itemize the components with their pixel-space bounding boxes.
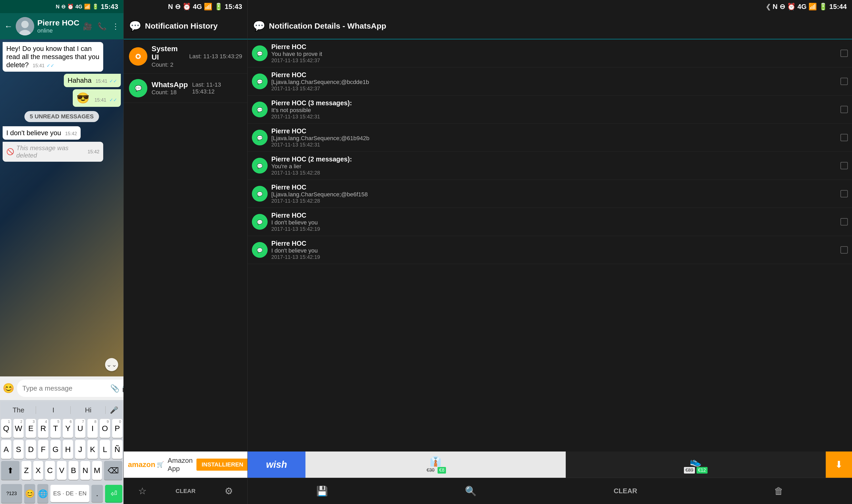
key-backspace[interactable]: ⌫ xyxy=(104,461,122,480)
detail-sender-5: Pierre HOC (2 messages): xyxy=(271,156,837,163)
detail-message-1: You have to prove it xyxy=(271,51,837,57)
download-ad-button[interactable]: ⬇ xyxy=(826,451,852,478)
key-n-tilde[interactable]: Ñ xyxy=(112,440,122,459)
key-v[interactable]: V xyxy=(57,461,67,480)
key-enter[interactable]: ⏎ xyxy=(105,485,122,502)
suggestion-hi[interactable]: Hi xyxy=(71,402,106,418)
detail-item-3[interactable]: 💬 Pierre HOC (3 messages): It's not poss… xyxy=(248,95,852,124)
message-input-container: 📎 📷 xyxy=(17,380,123,397)
message-text-3: 😎 xyxy=(76,92,90,104)
deleted-message-time: 15:42 xyxy=(87,149,99,155)
ad-text-amazon: Amazon App xyxy=(167,456,193,473)
key-i[interactable]: 8I xyxy=(87,419,98,438)
clear-button-notif[interactable]: CLEAR xyxy=(176,488,196,494)
key-u[interactable]: 7U xyxy=(75,419,85,438)
key-x[interactable]: X xyxy=(33,461,43,480)
clear-button-details[interactable]: CLEAR xyxy=(614,487,637,495)
detail-item-5[interactable]: 💬 Pierre HOC (2 messages): You're a lier… xyxy=(248,152,852,180)
back-button[interactable]: ← xyxy=(4,21,13,31)
key-d[interactable]: D xyxy=(26,440,36,459)
keyboard-row-4: ?123 😊 🌐 ES · DE · EN . ⏎ xyxy=(1,484,122,503)
key-e[interactable]: 3E xyxy=(26,419,36,438)
detail-checkbox-2[interactable] xyxy=(840,78,848,85)
suggestion-i[interactable]: I xyxy=(36,402,71,418)
emoji-button[interactable]: 😊 xyxy=(3,383,15,394)
detail-checkbox-7[interactable] xyxy=(840,218,848,226)
key-q[interactable]: 1Q xyxy=(1,419,11,438)
save-button-details[interactable]: 💾 xyxy=(316,486,328,497)
video-call-button[interactable]: 🎥 xyxy=(83,22,92,31)
detail-item-1[interactable]: 💬 Pierre HOC You have to prove it 2017-1… xyxy=(248,39,852,68)
detail-item-8[interactable]: 💬 Pierre HOC I don't believe you 2017-11… xyxy=(248,236,852,264)
key-m[interactable]: M xyxy=(92,461,102,480)
detail-item-6[interactable]: 💬 Pierre HOC [Ljava.lang.CharSequence;@b… xyxy=(248,180,852,208)
key-r[interactable]: 4R xyxy=(38,419,48,438)
key-period[interactable]: . xyxy=(91,485,103,502)
suggestion-the[interactable]: The xyxy=(1,402,36,418)
key-k[interactable]: K xyxy=(87,440,98,459)
detail-checkbox-4[interactable] xyxy=(840,134,848,141)
detail-item-7[interactable]: 💬 Pierre HOC I don't believe you 2017-11… xyxy=(248,208,852,236)
key-t[interactable]: 5T xyxy=(50,419,61,438)
key-h[interactable]: H xyxy=(63,440,73,459)
more-options-button[interactable]: ⋮ xyxy=(112,22,119,31)
key-space[interactable]: ES · DE · EN xyxy=(50,485,89,502)
key-f[interactable]: F xyxy=(38,440,48,459)
scroll-down-button[interactable]: ⌄⌄ xyxy=(105,358,118,371)
detail-checkbox-3[interactable] xyxy=(840,106,848,113)
wish-ad: wish xyxy=(248,451,305,478)
key-b[interactable]: B xyxy=(69,461,78,480)
shoe-old-price: €89 xyxy=(684,467,695,473)
key-c[interactable]: C xyxy=(45,461,55,480)
key-globe[interactable]: 🌐 xyxy=(37,484,48,503)
key-shift[interactable]: ⬆ xyxy=(1,461,19,480)
favorites-button[interactable]: ☆ xyxy=(138,486,146,497)
key-o[interactable]: 9O xyxy=(100,419,110,438)
detail-time-5: 2017-11-13 15:42:28 xyxy=(271,170,837,176)
contact-avatar[interactable] xyxy=(16,17,34,35)
key-w[interactable]: 2W xyxy=(13,419,24,438)
key-p[interactable]: 0P xyxy=(112,419,122,438)
key-l[interactable]: L xyxy=(100,440,110,459)
attach-button[interactable]: 📎 xyxy=(110,384,120,393)
detail-item-2[interactable]: 💬 Pierre HOC [Ljava.lang.CharSequence;@b… xyxy=(248,68,852,95)
notif-history-icon: 💬 xyxy=(129,20,141,32)
chat-input-bar: 😊 📎 📷 🎤 xyxy=(0,376,123,400)
detail-message-2: [Ljava.lang.CharSequence;@bcdde1b xyxy=(271,79,837,86)
detail-checkbox-1[interactable] xyxy=(840,50,848,57)
key-y[interactable]: 6Y xyxy=(63,419,73,438)
message-input[interactable] xyxy=(22,384,108,393)
detail-time-2: 2017-11-13 15:42:37 xyxy=(271,86,837,92)
notif-item-systemui[interactable]: System UI Count: 2 Last: 11-13 15:43:29 xyxy=(124,39,247,74)
key-n[interactable]: N xyxy=(81,461,90,480)
header-actions: 🎥 📞 ⋮ xyxy=(83,22,119,31)
key-g[interactable]: G xyxy=(50,440,61,459)
key-z[interactable]: Z xyxy=(21,461,31,480)
search-button-details[interactable]: 🔍 xyxy=(465,486,477,497)
detail-message-8: I don't believe you xyxy=(271,247,837,254)
keyboard-mic-button[interactable]: 🎤 xyxy=(106,406,122,414)
message-bubble-3: 😎 15:41 ✓✓ xyxy=(73,89,121,107)
deleted-message-text: This message was deleted xyxy=(16,144,83,159)
ad-banner-details: wish 👔 €30 €8 👟 €89 €12 ⬇ xyxy=(248,451,852,478)
settings-button[interactable]: ⚙ xyxy=(225,486,233,497)
ad-install-button[interactable]: INSTALLIEREN xyxy=(196,458,248,471)
key-emoji[interactable]: 😊 xyxy=(24,484,35,503)
time-display-notif: 15:43 xyxy=(225,3,243,11)
notif-item-whatsapp[interactable]: 💬 WhatsApp Count: 18 Last: 11-13 15:43:1… xyxy=(124,74,247,103)
trash-button-details[interactable]: 🗑 xyxy=(774,486,783,497)
keyboard-rows: 1Q 2W 3E 4R 5T 6Y 7U 8I 9O 0P A S D F G … xyxy=(1,419,122,503)
camera-button[interactable]: 📷 xyxy=(122,384,123,393)
key-j[interactable]: J xyxy=(75,440,85,459)
svg-text:💬: 💬 xyxy=(257,248,263,253)
key-num-toggle[interactable]: ?123 xyxy=(1,484,22,503)
detail-checkbox-8[interactable] xyxy=(840,246,848,254)
detail-checkbox-5[interactable] xyxy=(840,162,848,169)
keyboard-suggestions: The I Hi 🎤 xyxy=(1,402,122,418)
detail-item-4[interactable]: 💬 Pierre HOC [Ljava.lang.CharSequence;@6… xyxy=(248,124,852,152)
detail-checkbox-6[interactable] xyxy=(840,190,848,197)
key-a[interactable]: A xyxy=(1,440,11,459)
voice-call-button[interactable]: 📞 xyxy=(97,22,107,31)
key-s[interactable]: S xyxy=(13,440,24,459)
notif-name-whatsapp: WhatsApp xyxy=(152,80,188,89)
